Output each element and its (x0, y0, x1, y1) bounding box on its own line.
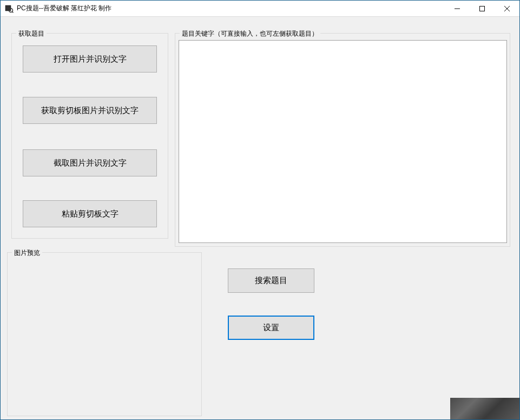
maximize-button[interactable] (470, 1, 495, 16)
svg-rect-0 (5, 5, 11, 11)
open-image-ocr-button[interactable]: 打开图片并识别文字 (23, 45, 157, 73)
svg-line-2 (12, 11, 14, 12)
groupbox-image-preview: 图片预览 (7, 252, 202, 416)
clipboard-image-ocr-button[interactable]: 获取剪切板图片并识别文字 (23, 97, 157, 124)
close-button[interactable] (495, 1, 519, 16)
groupbox-preview-label: 图片预览 (12, 248, 42, 258)
minimize-button[interactable] (445, 1, 470, 16)
settings-button[interactable]: 设置 (228, 316, 314, 340)
window-controls (445, 1, 519, 16)
app-icon (5, 4, 14, 13)
groupbox-acquire-label: 获取题目 (16, 29, 47, 38)
corner-decoration (450, 398, 519, 419)
window-title: PC搜题--吾爱破解 落红护花 制作 (17, 4, 445, 13)
groupbox-keyword: 题目关键字（可直接输入，也可左侧获取题目） (175, 33, 510, 247)
app-window: PC搜题--吾爱破解 落红护花 制作 获取题目 打开图片并识别文字 获取剪切板图… (0, 0, 520, 420)
search-question-button[interactable]: 搜索题目 (228, 268, 314, 293)
groupbox-acquire-question: 获取题目 打开图片并识别文字 获取剪切板图片并识别文字 截取图片并识别文字 粘贴… (11, 33, 168, 239)
groupbox-keyword-label: 题目关键字（可直接输入，也可左侧获取题目） (180, 29, 320, 38)
capture-image-ocr-button[interactable]: 截取图片并识别文字 (23, 149, 157, 176)
keyword-textarea[interactable] (179, 40, 507, 243)
titlebar: PC搜题--吾爱破解 落红护花 制作 (1, 1, 519, 17)
window-content: 获取题目 打开图片并识别文字 获取剪切板图片并识别文字 截取图片并识别文字 粘贴… (1, 17, 519, 419)
svg-rect-4 (480, 6, 485, 11)
paste-clipboard-text-button[interactable]: 粘贴剪切板文字 (23, 200, 157, 227)
